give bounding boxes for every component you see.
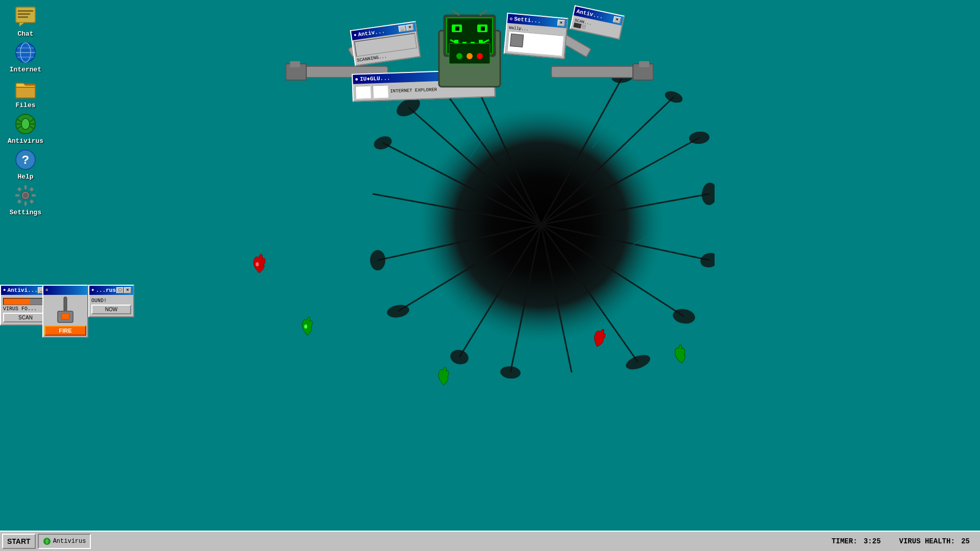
scan-progress-fill bbox=[4, 298, 30, 305]
creature-red-1 bbox=[249, 250, 270, 276]
files-icon-desktop[interactable]: Files bbox=[3, 74, 48, 111]
virus-health-display: VIRUS HEALTH: 25 bbox=[891, 537, 978, 545]
svg-point-28 bbox=[449, 348, 470, 366]
antivirus-taskbar-label: Antivirus bbox=[53, 538, 86, 545]
antivirus-taskbar-icon bbox=[43, 537, 51, 545]
svg-point-49 bbox=[21, 118, 30, 130]
svg-rect-61 bbox=[15, 194, 19, 196]
chat-icon bbox=[13, 5, 38, 29]
svg-rect-60 bbox=[24, 202, 27, 206]
antivirus-label: Antivirus bbox=[8, 137, 43, 145]
svg-rect-66 bbox=[30, 199, 34, 204]
start-button[interactable]: START bbox=[2, 534, 36, 549]
svg-point-26 bbox=[624, 352, 652, 372]
chat-icon-desktop[interactable]: Chat bbox=[3, 3, 48, 40]
svg-point-24 bbox=[699, 251, 715, 269]
svg-rect-95 bbox=[61, 313, 69, 319]
boss-area: ● Antiv... _ × SCANNING... ⚙ Setti... bbox=[286, 10, 653, 153]
close-btn-3[interactable]: × bbox=[613, 16, 621, 24]
svg-point-92 bbox=[477, 53, 483, 59]
now-button[interactable]: NOW bbox=[91, 305, 131, 314]
svg-point-67 bbox=[23, 193, 28, 198]
chaos-win4-title: IU♦GLU... bbox=[360, 75, 390, 82]
antivirus-icon-desktop[interactable]: Antivirus bbox=[3, 110, 48, 147]
svg-rect-59 bbox=[24, 185, 27, 189]
internet-label: Internet bbox=[10, 66, 41, 73]
svg-rect-40 bbox=[18, 16, 28, 18]
files-label: Files bbox=[15, 102, 35, 109]
svg-point-99 bbox=[45, 539, 48, 544]
close-btn-2[interactable]: × bbox=[557, 20, 565, 27]
antivirus-taskbar-item[interactable]: Antivirus bbox=[38, 534, 91, 549]
svg-text:?: ? bbox=[22, 154, 29, 167]
virus-found-window[interactable]: ● ...rus □ × OUND! NOW bbox=[88, 285, 134, 317]
svg-rect-64 bbox=[30, 187, 34, 191]
svg-rect-81 bbox=[455, 27, 459, 31]
svg-point-97 bbox=[304, 324, 307, 329]
virus-found-msg: OUND! bbox=[91, 298, 131, 304]
virus-found-text: VIRUS FO... bbox=[3, 306, 48, 312]
help-icon-desktop[interactable]: ? Help bbox=[3, 145, 48, 183]
svg-rect-73 bbox=[639, 61, 649, 67]
svg-point-23 bbox=[701, 182, 715, 206]
boss-robot bbox=[424, 10, 516, 102]
turret-graphic bbox=[50, 296, 81, 324]
help-icon: ? bbox=[13, 147, 38, 172]
svg-point-21 bbox=[664, 89, 684, 105]
chaos-win2-title: Setti... bbox=[514, 16, 542, 24]
svg-rect-82 bbox=[481, 27, 485, 31]
help-label: Help bbox=[17, 173, 33, 181]
turret-window[interactable]: ■ FIRE bbox=[42, 285, 88, 338]
fire-button[interactable]: FIRE bbox=[44, 325, 86, 336]
svg-rect-70 bbox=[290, 61, 300, 67]
chat-label: Chat bbox=[17, 30, 33, 38]
settings-icon bbox=[13, 183, 38, 208]
svg-rect-62 bbox=[32, 194, 36, 196]
desktop: Chat Internet Files bbox=[0, 0, 980, 531]
settings-label: Settings bbox=[10, 209, 41, 216]
svg-rect-93 bbox=[64, 297, 67, 311]
svg-point-27 bbox=[500, 365, 521, 379]
vf-minimize[interactable]: □ bbox=[116, 287, 124, 293]
internet-icon-desktop[interactable]: Internet bbox=[3, 38, 48, 76]
svg-rect-63 bbox=[17, 187, 21, 191]
internet-icon bbox=[13, 40, 38, 65]
svg-rect-38 bbox=[18, 10, 33, 12]
svg-point-30 bbox=[370, 250, 385, 270]
svg-point-96 bbox=[256, 262, 259, 266]
svg-marker-41 bbox=[19, 22, 24, 27]
creature-green-1 bbox=[299, 314, 316, 337]
close-btn-1[interactable]: × bbox=[406, 24, 414, 31]
antivirus-icon bbox=[13, 112, 38, 136]
svg-rect-39 bbox=[18, 13, 30, 15]
settings-icon-desktop[interactable]: Settings bbox=[3, 181, 48, 218]
svg-point-91 bbox=[467, 53, 473, 59]
antivirus-scan-title: Antivi... bbox=[7, 287, 37, 293]
files-icon bbox=[13, 76, 38, 101]
virus-found-title: ...rus bbox=[95, 287, 116, 293]
svg-point-90 bbox=[456, 53, 462, 59]
svg-rect-71 bbox=[551, 66, 643, 78]
timer-display: TIMER: 3:25 bbox=[823, 537, 889, 545]
minimize-btn-1[interactable]: _ bbox=[398, 25, 406, 32]
taskbar: START Antivirus TIMER: 3:25 VIRUS HEALTH… bbox=[0, 531, 980, 551]
svg-rect-65 bbox=[17, 199, 21, 204]
scan-progress-bar bbox=[3, 298, 48, 305]
vf-close[interactable]: × bbox=[124, 287, 131, 293]
scan-button[interactable]: SCAN bbox=[3, 313, 48, 322]
